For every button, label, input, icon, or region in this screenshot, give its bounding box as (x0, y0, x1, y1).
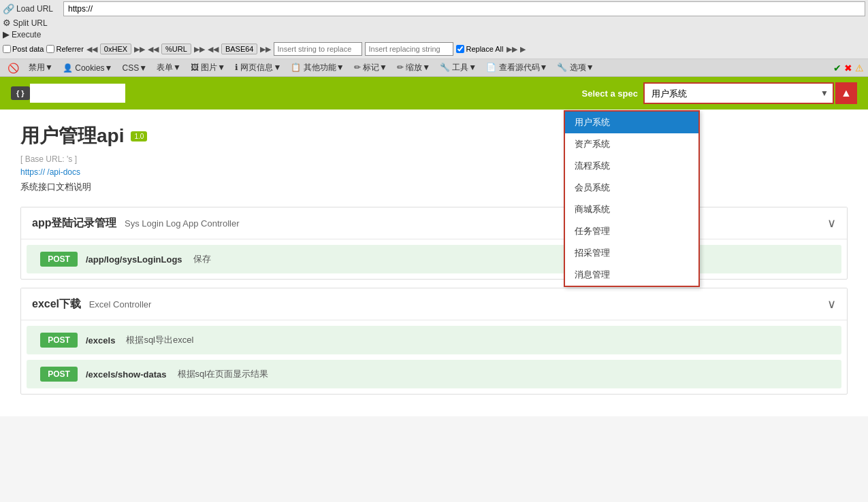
dropdown-item-0[interactable]: 用户系统 (565, 112, 698, 133)
endpoint-0-0[interactable]: POST /app/log/sysLoginLogs 保存 (27, 245, 841, 273)
post-data-checkbox-label[interactable]: Post data (3, 45, 44, 53)
api-title-row: 用户管理api 1.0 (20, 123, 848, 149)
menu-item-form[interactable]: 表单▼ (153, 61, 184, 75)
split-row: ⚙ Split URL (3, 18, 865, 28)
swagger-upload-button[interactable]: ▲ (835, 82, 857, 104)
menu-item-forbidden[interactable]: 禁用▼ (25, 61, 57, 75)
menu-item-cookies[interactable]: 👤 Cookies▼ (59, 62, 116, 74)
arrow-left-1: ◀◀ (86, 45, 97, 54)
swagger-link-line: https:// /api-docs (20, 167, 848, 177)
menu-item-tools[interactable]: 🔧 工具▼ (436, 61, 480, 75)
api-section-title-0: app登陆记录管理 (32, 217, 116, 229)
menu-item-options[interactable]: 🔧 选项▼ (553, 61, 597, 75)
load-url-label[interactable]: 🔗 Load URL (3, 3, 61, 14)
menu-bar-right: ✔ ✖ ⚠ (833, 63, 864, 73)
swagger-select-wrapper: 用户系统 资产系统 流程系统 会员系统 商城系统 任务管理 招采管理 消息管理 … (643, 82, 834, 104)
arrow-right-1: ▶▶ (134, 45, 145, 54)
dropdown-item-5[interactable]: 任务管理 (565, 220, 698, 242)
replace-all-checkbox-label[interactable]: Replace All (456, 45, 503, 53)
chevron-down-icon-0: ∨ (827, 216, 836, 231)
api-section-header-1[interactable]: excel下载 Excel Controller ∨ (21, 288, 847, 320)
swagger-select[interactable]: 用户系统 资产系统 流程系统 会员系统 商城系统 任务管理 招采管理 消息管理 (643, 82, 834, 104)
url-input[interactable] (63, 1, 865, 16)
api-section-subtitle-0: Sys Login Log App Controller (125, 218, 239, 229)
main-content: 用户管理api 1.0 [ Base URL: 's ] https:// /a… (0, 110, 868, 416)
arrow-right-5: ▶ (520, 45, 526, 54)
spec-dropdown: 用户系统 资产系统 流程系统 会员系统 商城系统 任务管理 招采管理 消息管理 (564, 110, 700, 287)
dropdown-item-3[interactable]: 会员系统 (565, 177, 698, 199)
url-button[interactable]: %URL (161, 44, 191, 54)
api-title: 用户管理api (20, 123, 124, 149)
api-endpoints-0: POST /app/log/sysLoginLogs 保存 (21, 245, 847, 273)
version-badge: 1.0 (131, 131, 147, 141)
arrow-right-3: ▶▶ (260, 45, 271, 54)
dropdown-item-1[interactable]: 资产系统 (565, 133, 698, 155)
endpoint-1-1[interactable]: POST /excels/show-datas 根据sql在页面显示结果 (27, 360, 841, 388)
menu-item-other[interactable]: 📋 其他功能▼ (287, 61, 347, 75)
menu-item-images[interactable]: 🖼 图片▼ (187, 61, 229, 75)
menu-forbidden-icon: 🚫 (4, 61, 22, 75)
top-bar: 🔗 Load URL ⚙ Split URL ▶ Execute Post da… (0, 0, 868, 59)
api-section-title-1: excel下载 (32, 298, 81, 309)
api-description: 系统接口文档说明 (20, 181, 848, 193)
insert-string-input[interactable] (274, 42, 362, 56)
toolbar-row: Post data Referrer ◀◀ 0xHEX ▶▶ ◀◀ %URL ▶… (3, 41, 865, 57)
api-section-subtitle-1: Excel Controller (89, 299, 152, 309)
execute-label[interactable]: ▶ Execute (3, 29, 61, 39)
referrer-checkbox[interactable] (46, 45, 54, 53)
dropdown-item-6[interactable]: 招采管理 (565, 242, 698, 264)
endpoint-path-1-1: /excels/show-datas (86, 369, 167, 380)
swagger-select-label: Select a spec (582, 88, 638, 99)
dropdown-item-4[interactable]: 商城系统 (565, 199, 698, 220)
api-section-1: excel下载 Excel Controller ∨ POST /excels … (20, 288, 848, 395)
red-x-icon: ✖ (844, 63, 852, 73)
green-check-icon: ✔ (833, 63, 841, 73)
menu-item-source[interactable]: 📄 查看源代码▼ (483, 61, 551, 75)
method-badge-1-1: POST (40, 367, 78, 382)
arrow-right-2: ▶▶ (194, 45, 205, 54)
endpoint-1-0[interactable]: POST /excels 根据sql导出excel (27, 326, 841, 354)
swagger-logo: { } (11, 86, 30, 100)
endpoint-desc-0-0: 保存 (193, 253, 211, 265)
base-url-label: [ Base URL: (20, 154, 65, 164)
swagger-header: { } Select a spec 用户系统 资产系统 流程系统 会员系统 商城… (0, 77, 868, 110)
api-section-title-row-1: excel下载 Excel Controller (32, 297, 151, 312)
arrow-left-2: ◀◀ (148, 45, 159, 54)
api-section-header-0[interactable]: app登陆记录管理 Sys Login Log App Controller ∨ (21, 207, 847, 239)
api-section-title-row-0: app登陆记录管理 Sys Login Log App Controller (32, 216, 239, 231)
base64-button[interactable]: BASE64 (221, 44, 258, 54)
split-url-label[interactable]: ⚙ Split URL (3, 18, 61, 28)
yellow-warn-icon: ⚠ (855, 63, 864, 73)
method-badge-0-0: POST (40, 252, 78, 267)
swagger-search-input[interactable] (30, 84, 125, 103)
arrow-right-4: ▶▶ (507, 45, 517, 54)
replace-all-checkbox[interactable] (456, 45, 464, 53)
insert-replacing-input[interactable] (365, 42, 453, 56)
method-badge-1-0: POST (40, 333, 78, 348)
chevron-down-icon-1: ∨ (827, 297, 836, 312)
hex-button[interactable]: 0xHEX (100, 44, 131, 54)
dropdown-item-7[interactable]: 消息管理 (565, 264, 698, 286)
swagger-docs-link[interactable]: https:// /api-docs (20, 167, 80, 177)
dropdown-item-2[interactable]: 流程系统 (565, 155, 698, 177)
referrer-checkbox-label[interactable]: Referrer (46, 45, 83, 53)
base-url-value: 's ] (67, 154, 77, 164)
menu-item-css[interactable]: CSS▼ (118, 62, 150, 74)
menu-bar: 🚫 禁用▼ 👤 Cookies▼ CSS▼ 表单▼ 🖼 图片▼ ℹ 网页信息▼ … (0, 59, 868, 77)
endpoint-path-1-0: /excels (86, 335, 115, 346)
url-row: 🔗 Load URL (3, 1, 865, 16)
endpoint-desc-1-0: 根据sql导出excel (126, 334, 193, 346)
menu-item-mark[interactable]: ✏ 标记▼ (351, 61, 391, 75)
endpoint-path-0-0: /app/log/sysLoginLogs (86, 254, 182, 265)
post-data-checkbox[interactable] (3, 45, 11, 53)
menu-item-zoom[interactable]: ✏ 缩放▼ (393, 61, 434, 75)
endpoint-desc-1-1: 根据sql在页面显示结果 (178, 368, 269, 380)
api-section-0: app登陆记录管理 Sys Login Log App Controller ∨… (20, 207, 848, 280)
execute-row: ▶ Execute (3, 29, 865, 39)
arrow-left-3: ◀◀ (208, 45, 219, 54)
base-url-line: [ Base URL: 's ] (20, 154, 848, 164)
api-endpoints-1: POST /excels 根据sql导出excel POST /excels/s… (21, 326, 847, 388)
menu-item-webinfo[interactable]: ℹ 网页信息▼ (231, 61, 285, 75)
